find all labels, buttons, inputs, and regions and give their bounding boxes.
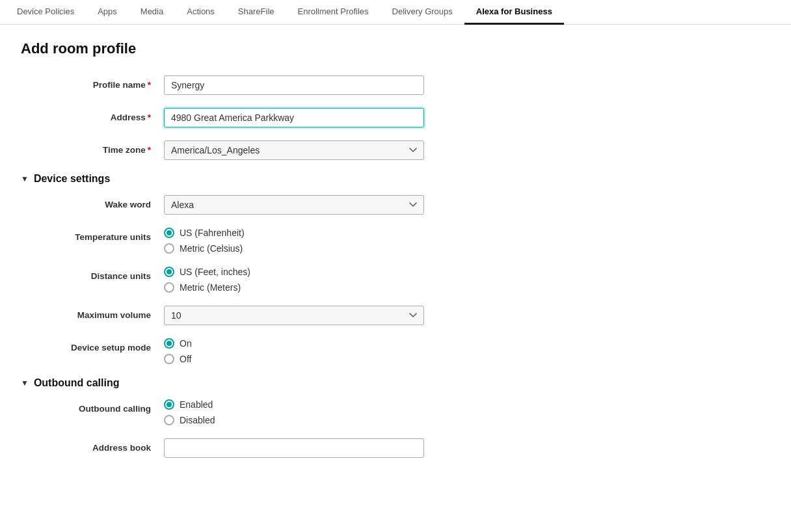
device-setup-off-label: Off — [180, 354, 191, 364]
profile-name-input[interactable] — [164, 75, 424, 95]
temperature-label: Temperature units — [21, 228, 164, 242]
device-setup-off-radio[interactable] — [164, 354, 174, 364]
address-book-wrap — [164, 438, 424, 458]
required-star: * — [148, 80, 151, 90]
device-setup-off-option[interactable]: Off — [164, 354, 424, 364]
temperature-fahrenheit-option[interactable]: US (Fahrenheit) — [164, 228, 424, 238]
device-setup-label: Device setup mode — [21, 338, 164, 352]
temperature-celsius-label: Metric (Celsius) — [180, 243, 243, 254]
distance-radio-group: US (Feet, inches) Metric (Meters) — [164, 267, 424, 293]
device-settings-chevron: ▼ — [21, 174, 29, 183]
distance-row: Distance units US (Feet, inches) Metric … — [21, 267, 528, 293]
tab-media[interactable]: Media — [129, 0, 175, 25]
wake-word-wrap: AlexaAmazonEchoComputer — [164, 195, 424, 215]
tab-delivery-groups[interactable]: Delivery Groups — [381, 0, 464, 25]
max-volume-label: Maximum volume — [21, 306, 164, 320]
address-label: Address* — [21, 108, 164, 122]
timezone-row: Time zone* America/Los_AngelesAmerica/Ne… — [21, 140, 528, 160]
max-volume-select[interactable]: 12345678910 — [164, 306, 424, 325]
temperature-celsius-radio[interactable] — [164, 243, 174, 254]
timezone-wrap: America/Los_AngelesAmerica/New_YorkAmeri… — [164, 140, 424, 160]
temperature-wrap: US (Fahrenheit) Metric (Celsius) — [164, 228, 424, 254]
tab-enrollment-profiles[interactable]: Enrollment Profiles — [286, 0, 381, 25]
temperature-fahrenheit-radio[interactable] — [164, 228, 174, 238]
outbound-disabled-label: Disabled — [180, 415, 215, 425]
outbound-calling-radio-group: Enabled Disabled — [164, 399, 424, 425]
nav-tabs: Device PoliciesAppsMediaActionsShareFile… — [0, 0, 791, 25]
required-star-tz: * — [148, 145, 151, 155]
wake-word-row: Wake word AlexaAmazonEchoComputer — [21, 195, 528, 215]
max-volume-row: Maximum volume 12345678910 — [21, 306, 528, 325]
tab-apps[interactable]: Apps — [86, 0, 129, 25]
address-wrap — [164, 108, 424, 127]
tab-sharefile[interactable]: ShareFile — [226, 0, 286, 25]
profile-name-label: Profile name* — [21, 75, 164, 90]
page-content: Add room profile Profile name* Address* … — [0, 25, 791, 486]
device-setup-on-label: On — [180, 338, 192, 349]
profile-name-wrap — [164, 75, 424, 95]
outbound-enabled-option[interactable]: Enabled — [164, 399, 424, 410]
temperature-row: Temperature units US (Fahrenheit) Metric… — [21, 228, 528, 254]
outbound-calling-row: Outbound calling Enabled Disabled — [21, 399, 528, 425]
outbound-calling-chevron: ▼ — [21, 379, 29, 388]
outbound-calling-label: Outbound calling — [21, 399, 164, 414]
form-section: Profile name* Address* Time zone* Americ… — [21, 75, 770, 458]
outbound-enabled-radio[interactable] — [164, 399, 174, 410]
outbound-calling-section-label: Outbound calling — [34, 377, 120, 389]
required-star-address: * — [148, 113, 151, 122]
distance-metric-radio[interactable] — [164, 282, 174, 293]
distance-wrap: US (Feet, inches) Metric (Meters) — [164, 267, 424, 293]
address-input[interactable] — [164, 108, 424, 127]
tab-device-policies[interactable]: Device Policies — [5, 0, 86, 25]
profile-name-row: Profile name* — [21, 75, 528, 95]
outbound-disabled-option[interactable]: Disabled — [164, 415, 424, 425]
outbound-calling-wrap: Enabled Disabled — [164, 399, 424, 425]
distance-metric-label: Metric (Meters) — [180, 282, 241, 293]
device-settings-section[interactable]: ▼ Device settings — [21, 173, 770, 185]
outbound-calling-section[interactable]: ▼ Outbound calling — [21, 377, 770, 389]
temperature-celsius-option[interactable]: Metric (Celsius) — [164, 243, 424, 254]
timezone-label: Time zone* — [21, 140, 164, 155]
page-title: Add room profile — [21, 40, 770, 57]
device-settings-label: Device settings — [34, 173, 110, 185]
address-book-label: Address book — [21, 438, 164, 453]
distance-metric-option[interactable]: Metric (Meters) — [164, 282, 424, 293]
tab-alexa-for-business[interactable]: Alexa for Business — [464, 0, 564, 25]
address-book-row: Address book — [21, 438, 528, 458]
distance-label: Distance units — [21, 267, 164, 281]
outbound-disabled-radio[interactable] — [164, 415, 174, 425]
address-book-input[interactable] — [164, 438, 424, 458]
temperature-fahrenheit-label: US (Fahrenheit) — [180, 228, 245, 238]
distance-us-label: US (Feet, inches) — [180, 267, 250, 277]
device-setup-radio-group: On Off — [164, 338, 424, 364]
device-setup-on-radio[interactable] — [164, 338, 174, 349]
device-setup-row: Device setup mode On Off — [21, 338, 528, 364]
distance-us-radio[interactable] — [164, 267, 174, 277]
address-row: Address* — [21, 108, 528, 127]
distance-us-option[interactable]: US (Feet, inches) — [164, 267, 424, 277]
wake-word-select[interactable]: AlexaAmazonEchoComputer — [164, 195, 424, 215]
wake-word-label: Wake word — [21, 195, 164, 209]
outbound-enabled-label: Enabled — [180, 399, 213, 410]
max-volume-wrap: 12345678910 — [164, 306, 424, 325]
timezone-select[interactable]: America/Los_AngelesAmerica/New_YorkAmeri… — [164, 140, 424, 160]
device-setup-wrap: On Off — [164, 338, 424, 364]
temperature-radio-group: US (Fahrenheit) Metric (Celsius) — [164, 228, 424, 254]
device-setup-on-option[interactable]: On — [164, 338, 424, 349]
tab-actions[interactable]: Actions — [175, 0, 226, 25]
